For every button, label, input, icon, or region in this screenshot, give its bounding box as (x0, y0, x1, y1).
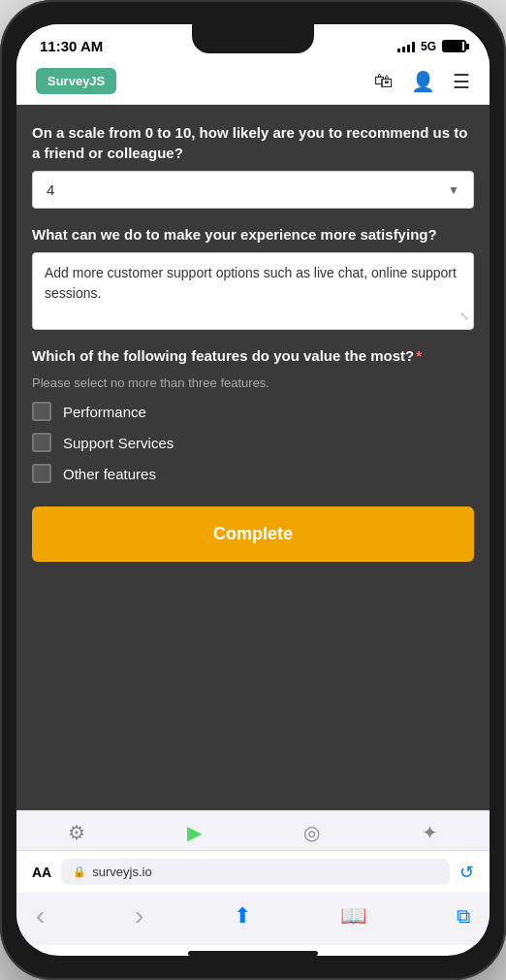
status-bar: 11:30 AM 5G (16, 24, 490, 60)
url-text: surveyjs.io (92, 865, 151, 879)
signal-bar-3 (407, 45, 410, 52)
checkbox-box-support[interactable] (32, 433, 51, 452)
resize-handle-icon: ⤡ (459, 308, 469, 325)
signal-bar-4 (412, 42, 415, 52)
q1-value: 4 (47, 181, 54, 198)
tool-play-icon[interactable]: ▶ (187, 821, 202, 844)
user-icon[interactable]: 👤 (411, 70, 435, 93)
nav-icons: 🛍 👤 ☰ (374, 70, 470, 93)
question-block-3: Which of the following features do you v… (32, 345, 474, 483)
status-icons: 5G (397, 40, 466, 53)
checkbox-box-performance[interactable] (32, 402, 51, 421)
question-block-2: What can we do to make your experience m… (32, 224, 474, 330)
signal-type: 5G (421, 40, 436, 53)
survey-content: On a scale from 0 to 10, how likely are … (16, 105, 490, 810)
back-button[interactable]: ‹ (36, 900, 45, 931)
q1-label: On a scale from 0 to 10, how likely are … (32, 122, 474, 163)
browser-nav: ‹ › ⬆ 📖 ⧉ (16, 893, 490, 945)
checkbox-label-support: Support Services (63, 435, 174, 451)
signal-bar-2 (402, 47, 405, 52)
q2-value: Add more customer support options such a… (45, 265, 457, 301)
q3-label-text: Which of the following features do you v… (32, 347, 414, 364)
url-field[interactable]: 🔒 surveyjs.io (61, 859, 450, 885)
phone-frame: 11:30 AM 5G SurveyJS 🛍 👤 ☰ (0, 0, 506, 980)
status-time: 11:30 AM (40, 38, 103, 54)
reload-icon[interactable]: ↺ (459, 862, 474, 883)
signal-bar-1 (397, 49, 400, 52)
q3-label: Which of the following features do you v… (32, 345, 474, 366)
q2-textarea[interactable]: Add more customer support options such a… (32, 252, 474, 330)
checkbox-performance[interactable]: Performance (32, 402, 474, 421)
bookmarks-button[interactable]: 📖 (340, 903, 366, 929)
nav-bar: SurveyJS 🛍 👤 ☰ (16, 60, 490, 105)
lock-icon: 🔒 (73, 866, 86, 878)
phone-screen: 11:30 AM 5G SurveyJS 🛍 👤 ☰ (16, 24, 490, 956)
notch (192, 24, 314, 53)
tool-settings-icon[interactable]: ⚙ (68, 821, 85, 844)
menu-icon[interactable]: ☰ (453, 70, 470, 93)
question-block-1: On a scale from 0 to 10, how likely are … (32, 122, 474, 209)
address-bar: AA 🔒 surveyjs.io ↺ (16, 850, 490, 893)
bag-icon[interactable]: 🛍 (374, 70, 394, 92)
q1-dropdown[interactable]: 4 ▼ (32, 171, 474, 209)
checkbox-group: Performance Support Services Other featu… (32, 402, 474, 483)
checkbox-box-other[interactable] (32, 464, 51, 483)
checkbox-label-performance: Performance (63, 404, 146, 420)
complete-button[interactable]: Complete (32, 506, 474, 562)
home-indicator (188, 951, 318, 956)
battery-icon (442, 40, 466, 52)
font-size-button[interactable]: AA (32, 865, 51, 880)
forward-button[interactable]: › (135, 900, 143, 931)
bottom-toolbar: ⚙ ▶ ◎ ✦ (16, 810, 490, 850)
logo-badge[interactable]: SurveyJS (36, 68, 116, 94)
complete-button-label: Complete (213, 524, 293, 543)
required-indicator: * (416, 347, 422, 364)
dropdown-arrow-icon: ▼ (448, 183, 459, 197)
tool-eye-slash-icon[interactable]: ◎ (303, 821, 320, 844)
tool-paint-icon[interactable]: ✦ (422, 821, 438, 844)
signal-bars (397, 41, 415, 52)
tabs-button[interactable]: ⧉ (457, 905, 470, 928)
q3-hint: Please select no more than three feature… (32, 376, 474, 390)
battery-fill (444, 42, 462, 50)
checkbox-other-features[interactable]: Other features (32, 464, 474, 483)
checkbox-support-services[interactable]: Support Services (32, 433, 474, 452)
share-button[interactable]: ⬆ (234, 903, 251, 929)
q2-label: What can we do to make your experience m… (32, 224, 474, 245)
checkbox-label-other: Other features (63, 466, 156, 482)
